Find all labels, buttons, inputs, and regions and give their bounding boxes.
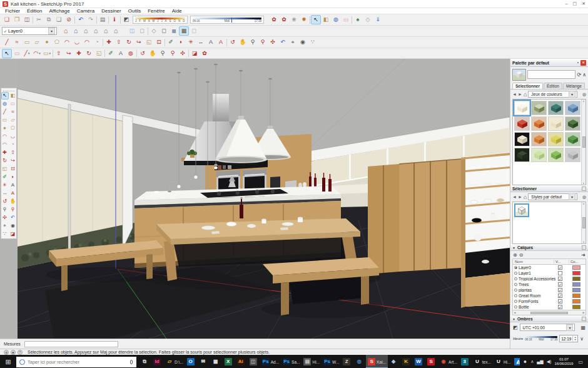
illustrator[interactable]: Ai (235, 355, 248, 368)
pan[interactable]: ✋ (238, 38, 248, 47)
material-swatch[interactable] (531, 148, 547, 162)
minimize-button[interactable]: – (565, 1, 568, 6)
tape-measure[interactable]: ✐ (106, 49, 116, 58)
photoshop[interactable]: Ps Ad... (260, 355, 281, 368)
material-name-field[interactable] (527, 70, 575, 79)
zoom-window[interactable]: ⚲ (258, 38, 268, 47)
chevron-down-icon[interactable]: ▾ (48, 28, 55, 34)
layer-color-swatch[interactable] (572, 305, 580, 309)
close-icon[interactable]: ✕ (580, 60, 586, 66)
layer-dropdown[interactable]: ✓ Layer0 ▾ (2, 27, 57, 35)
zoom-previous[interactable]: ↶ (278, 38, 288, 47)
eraser[interactable]: ▭ (12, 49, 22, 58)
column-color[interactable]: Co... (569, 260, 585, 263)
walk[interactable]: ∵ (308, 38, 318, 47)
layer-row[interactable]: plantas (513, 287, 585, 293)
material-swatch[interactable] (548, 132, 564, 146)
zoom[interactable]: ⚲ (1, 206, 9, 213)
material-swatch[interactable] (565, 132, 580, 146)
ipc[interactable]: ◫ (248, 355, 260, 368)
circle[interactable]: ● (42, 38, 52, 47)
line[interactable]: ╱ (22, 49, 32, 58)
layer-row[interactable]: Trees (513, 282, 585, 287)
zoom-extents[interactable]: ✣ (1, 214, 9, 222)
offset[interactable]: ⊡ (9, 165, 17, 173)
material-swatch[interactable] (514, 132, 530, 146)
layer-visible-checkbox[interactable] (558, 282, 562, 287)
arcs[interactable]: ◠ (32, 49, 42, 58)
zbrush[interactable]: Z (341, 355, 353, 368)
sketchup[interactable]: S Kal... (366, 355, 388, 368)
polygon[interactable]: ⬠ (9, 125, 17, 132)
view-back[interactable]: ⌂ (111, 26, 121, 36)
monochrome[interactable]: ◻ (189, 26, 199, 36)
collapse-triangle-icon[interactable]: ▼ (512, 246, 515, 250)
orbit[interactable]: ↺ (1, 198, 9, 205)
detach-icon[interactable] (582, 317, 586, 321)
add-location[interactable]: ✿ (200, 49, 210, 58)
xray[interactable]: ◫ (127, 26, 137, 36)
materials-tab[interactable]: Mélange (563, 83, 585, 89)
people-icon[interactable]: ☻ (523, 359, 527, 364)
view-top[interactable]: ⌂ (71, 26, 81, 36)
scale[interactable]: ◱ (94, 49, 104, 58)
volume-icon[interactable]: ◀) (547, 359, 552, 364)
word[interactable]: W (413, 355, 425, 368)
arc[interactable]: ◠ (62, 38, 72, 47)
help-icon[interactable]: ? (18, 350, 23, 355)
outlook[interactable]: O (185, 355, 198, 368)
layer-current-radio[interactable] (514, 300, 517, 303)
layer-color-swatch[interactable] (572, 288, 580, 292)
mail[interactable]: ✉ (198, 355, 210, 368)
layers-hscrollbar[interactable]: ◄► (512, 310, 586, 315)
layer-color-swatch[interactable] (572, 299, 580, 304)
shadow-toggle[interactable]: ◩ (121, 15, 131, 24)
shadow-date-slider[interactable]: J F M A M J J A S O N D (133, 16, 188, 24)
start-button[interactable]: ⊞ (0, 355, 16, 368)
layer-visible-checkbox[interactable] (558, 294, 562, 298)
layer-visible-checkbox[interactable] (558, 271, 562, 275)
collections-dropdown[interactable]: Jeux de couleurs ▾ (528, 91, 577, 98)
time-spinner[interactable]: 12:19 ▲ ▼ (559, 335, 578, 342)
unreal[interactable]: U Hi... (493, 355, 513, 368)
layer-visible-checkbox[interactable] (558, 305, 562, 309)
material-swatch[interactable] (531, 101, 547, 115)
material-swatch[interactable] (531, 132, 547, 146)
look-around[interactable]: ◉ (9, 222, 17, 230)
push-pull[interactable]: ⇧ (9, 149, 17, 156)
forward-icon[interactable]: ► (518, 195, 522, 199)
section-plane[interactable]: ◪ (9, 230, 17, 238)
layers-column-header[interactable]: Nom V... Co... (512, 258, 586, 265)
axes[interactable]: ✳ (1, 181, 9, 189)
layer-current-radio[interactable] (514, 277, 517, 280)
layer-color-swatch[interactable] (572, 271, 580, 275)
layer-row[interactable]: Tropical Accessories (513, 276, 585, 282)
forward-icon[interactable]: ► (518, 92, 522, 96)
make-component[interactable]: ◧ (9, 92, 17, 100)
materials-tab[interactable]: Édition (544, 83, 562, 89)
sample-paint-icon[interactable]: ◍ (582, 92, 586, 97)
push-pull[interactable]: ⇧ (54, 49, 64, 58)
paint-bucket[interactable]: ◍ (1, 100, 9, 108)
protractor[interactable]: ◗ (176, 38, 186, 47)
detach-icon[interactable] (582, 187, 586, 191)
shadow-time-slider[interactable]: 06:16 Midi 17:39 (190, 16, 264, 24)
text[interactable]: A (206, 38, 216, 47)
3pt-arc[interactable]: ◠ (1, 141, 9, 148)
material-swatch[interactable] (514, 101, 530, 115)
geolocation-icon[interactable]: ⊕ (4, 350, 9, 355)
back-icon[interactable]: ◄ (512, 195, 517, 199)
layer-details-icon[interactable]: ➜ (581, 252, 585, 258)
photoshop[interactable]: Ps Sa... (281, 355, 302, 368)
layer-color-swatch[interactable] (572, 294, 580, 298)
position-camera[interactable]: ⌖ (1, 222, 9, 230)
line[interactable]: ╱ (2, 38, 12, 47)
unreal[interactable]: U tex... (472, 355, 493, 368)
back-edges[interactable]: ◻ (137, 26, 147, 36)
push-pull[interactable]: ⇧ (114, 38, 124, 47)
layer-color-swatch[interactable] (572, 277, 580, 281)
paint-bucket[interactable]: ◍ (331, 15, 341, 24)
open-model[interactable]: ❒ (12, 15, 22, 24)
2pt-arc[interactable]: ◡ (9, 133, 17, 140)
task-view[interactable]: ⧉ (139, 355, 151, 368)
